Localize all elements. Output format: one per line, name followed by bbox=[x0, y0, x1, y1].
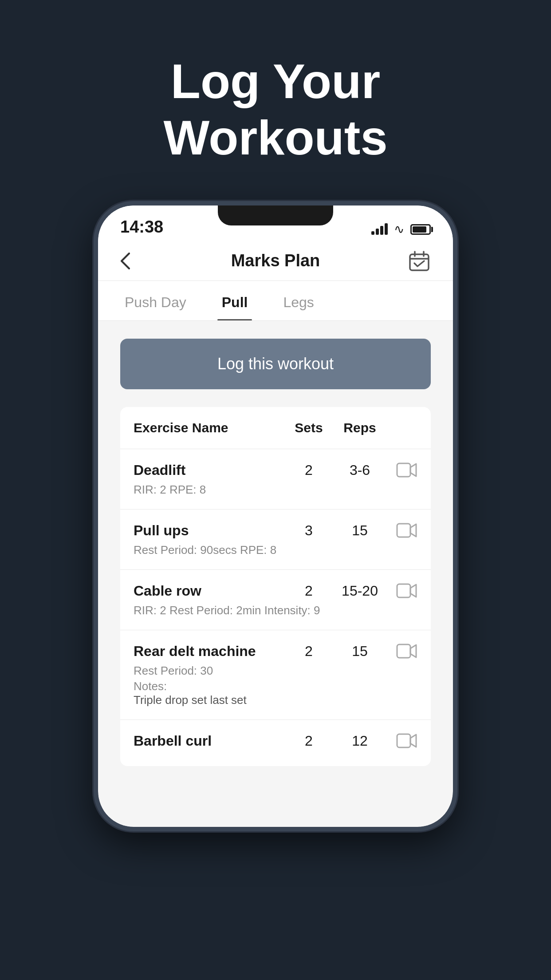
signal-bar-1 bbox=[371, 231, 374, 235]
tab-legs[interactable]: Legs bbox=[279, 281, 318, 320]
exercise-name: Deadlift bbox=[134, 462, 284, 478]
exercise-reps: 15 bbox=[333, 522, 386, 539]
hero-title: Log Your Workouts bbox=[163, 53, 387, 166]
signal-bar-2 bbox=[376, 229, 379, 235]
exercise-main-cablerow: Cable row 2 15-20 bbox=[134, 582, 417, 599]
svg-rect-1 bbox=[397, 463, 410, 477]
exercise-name: Pull ups bbox=[134, 522, 284, 539]
video-icon[interactable] bbox=[386, 643, 417, 660]
phone-button-volume-down bbox=[94, 348, 95, 383]
signal-bar-4 bbox=[385, 223, 388, 235]
phone-frame: 14:38 ∿ bbox=[94, 201, 457, 831]
exercise-reps: 15 bbox=[333, 643, 386, 660]
exercise-reps: 12 bbox=[333, 733, 386, 749]
video-icon[interactable] bbox=[386, 522, 417, 539]
table-row: Deadlift 2 3-6 RIR: 2 RPE: 8 bbox=[120, 449, 431, 510]
table-row: Rear delt machine 2 15 Rest Period: 30 bbox=[120, 630, 431, 720]
phone-screen: 14:38 ∿ bbox=[98, 205, 453, 827]
exercise-main-deadlift: Deadlift 2 3-6 bbox=[134, 462, 417, 478]
video-icon[interactable] bbox=[386, 582, 417, 599]
battery-icon bbox=[410, 224, 431, 235]
battery-fill bbox=[413, 226, 426, 233]
exercise-note-text: Triple drop set last set bbox=[134, 693, 247, 707]
svg-rect-2 bbox=[397, 524, 410, 537]
log-workout-button[interactable]: Log this workout bbox=[120, 339, 431, 389]
exercise-main-pullups: Pull ups 3 15 bbox=[134, 522, 417, 539]
exercise-main-reardelt: Rear delt machine 2 15 bbox=[134, 643, 417, 660]
back-button[interactable] bbox=[120, 253, 130, 269]
header-reps: Reps bbox=[333, 420, 386, 435]
header-exercise-name: Exercise Name bbox=[134, 420, 284, 435]
exercise-reps: 3-6 bbox=[333, 462, 386, 478]
nav-title: Marks Plan bbox=[231, 251, 320, 270]
svg-rect-0 bbox=[410, 254, 429, 270]
video-icon[interactable] bbox=[386, 732, 417, 749]
svg-rect-4 bbox=[397, 644, 410, 658]
nav-bar: Marks Plan bbox=[98, 241, 453, 281]
wifi-icon: ∿ bbox=[394, 222, 404, 237]
table-row: Pull ups 3 15 Rest Period: 90secs RPE: 8 bbox=[120, 510, 431, 570]
exercise-details: RIR: 2 RPE: 8 bbox=[134, 483, 417, 497]
exercise-sets: 2 bbox=[284, 733, 333, 749]
tab-pull[interactable]: Pull bbox=[217, 281, 252, 320]
tabs-container: Push Day Pull Legs bbox=[98, 281, 453, 321]
exercise-reps: 15-20 bbox=[333, 583, 386, 599]
exercise-name: Cable row bbox=[134, 583, 284, 599]
calendar-button[interactable] bbox=[408, 249, 431, 273]
signal-bar-3 bbox=[380, 226, 383, 235]
video-icon[interactable] bbox=[386, 462, 417, 478]
exercise-details: Rest Period: 30 bbox=[134, 664, 417, 678]
exercise-notes: Notes: Triple drop set last set bbox=[134, 680, 417, 707]
exercise-table: Exercise Name Sets Reps Deadlift 2 3-6 bbox=[120, 407, 431, 766]
content-area: Log this workout Exercise Name Sets Reps… bbox=[98, 321, 453, 766]
phone-mockup: 14:38 ∿ bbox=[85, 201, 466, 831]
signal-icon bbox=[371, 224, 388, 235]
phone-notch bbox=[218, 205, 333, 225]
exercise-name: Rear delt machine bbox=[134, 643, 284, 660]
tab-push-day[interactable]: Push Day bbox=[120, 281, 191, 320]
svg-rect-5 bbox=[397, 734, 410, 747]
exercise-name: Barbell curl bbox=[134, 733, 284, 749]
table-row: Barbell curl 2 12 bbox=[120, 720, 431, 766]
phone-button-volume-up bbox=[94, 303, 95, 339]
table-row: Cable row 2 15-20 RIR: 2 Rest Period: 2m… bbox=[120, 570, 431, 630]
phone-button-power bbox=[456, 330, 457, 383]
exercise-sets: 2 bbox=[284, 462, 333, 478]
exercise-details: Rest Period: 90secs RPE: 8 bbox=[134, 543, 417, 557]
header-sets: Sets bbox=[284, 420, 333, 435]
table-header: Exercise Name Sets Reps bbox=[120, 407, 431, 449]
status-time: 14:38 bbox=[120, 217, 163, 237]
status-icons: ∿ bbox=[371, 222, 431, 237]
exercise-sets: 2 bbox=[284, 583, 333, 599]
exercise-details: RIR: 2 Rest Period: 2min Intensity: 9 bbox=[134, 604, 417, 617]
exercise-sets: 3 bbox=[284, 522, 333, 539]
svg-rect-3 bbox=[397, 584, 410, 597]
exercise-sets: 2 bbox=[284, 643, 333, 660]
exercise-main-barbellcurl: Barbell curl 2 12 bbox=[134, 732, 417, 749]
